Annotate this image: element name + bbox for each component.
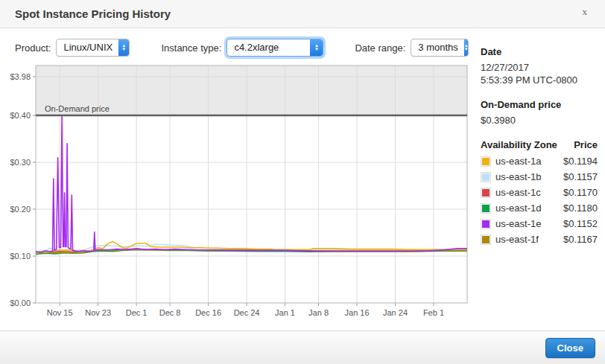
instance-type-select[interactable]: c4.2xlarge ▲▼	[227, 39, 323, 57]
az-price-column-header: Price	[574, 139, 598, 150]
chart-info-panel: Date 12/27/2017 5:53:39 PM UTC-0800 On-D…	[481, 46, 598, 249]
product-select[interactable]: Linux/UNIX ▲▼	[56, 39, 130, 57]
az-row: us-east-1b$0.1157	[481, 171, 598, 182]
az-row: us-east-1f$0.1167	[481, 234, 598, 245]
az-price-value: $0.1152	[563, 218, 598, 229]
select-arrows-icon: ▲▼	[118, 39, 129, 56]
spot-pricing-dialog: Spot Instance Pricing History x Product:…	[0, 0, 605, 364]
az-row: us-east-1e$0.1152	[481, 218, 598, 229]
az-zone-label: us-east-1d	[495, 202, 563, 214]
x-axis-tick-label: Jan 8	[308, 308, 329, 317]
x-axis-tick-label: Feb 1	[423, 308, 444, 317]
az-row: us-east-1a$0.1194	[481, 156, 598, 167]
az-price-value: $0.1180	[563, 202, 598, 214]
az-price-value: $0.1194	[563, 156, 598, 167]
az-zone-label: us-east-1f	[495, 234, 563, 245]
y-axis-tick-label: $0.00	[10, 298, 31, 307]
instance-type-label: Instance type:	[161, 42, 221, 54]
x-axis-tick-label: Dec 1	[126, 308, 148, 317]
x-axis-tick-label: Dec 16	[195, 308, 221, 317]
az-row: us-east-1c$0.1170	[481, 187, 598, 198]
az-color-swatch-icon	[481, 234, 491, 245]
y-axis-tick-label: $0.10	[10, 252, 31, 261]
x-axis-tick-label: Jan 24	[383, 308, 408, 317]
az-color-swatch-icon	[481, 156, 491, 167]
az-price-value: $0.1167	[563, 234, 598, 245]
az-color-swatch-icon	[481, 188, 491, 198]
az-zone-label: us-east-1a	[495, 156, 563, 167]
price-line-us-east-1e	[36, 116, 467, 252]
az-table-header: Availability Zone Price	[481, 139, 598, 150]
select-arrows-icon: ▲▼	[310, 39, 323, 56]
close-button[interactable]: Close	[545, 338, 595, 358]
spot-price-history-chart[interactable]: Nov 15Nov 23Dec 1Dec 8Dec 16Dec 24Jan 1J…	[0, 60, 477, 328]
x-axis-tick-label: Nov 23	[85, 308, 111, 317]
date-heading: Date	[481, 46, 598, 57]
dialog-titlebar: Spot Instance Pricing History x	[0, 0, 605, 28]
select-arrows-icon: ▲▼	[464, 39, 469, 56]
y-axis-tick-label: $0.40	[10, 111, 31, 120]
az-zone-column-header: Availability Zone	[481, 139, 557, 150]
az-price-value: $0.1157	[563, 171, 598, 182]
az-color-swatch-icon	[481, 172, 491, 182]
az-table-body: us-east-1a$0.1194us-east-1b$0.1157us-eas…	[481, 156, 598, 245]
az-zone-label: us-east-1e	[495, 218, 563, 229]
dialog-footer: Close	[0, 331, 605, 364]
on-demand-value: $0.3980	[481, 115, 598, 126]
product-select-value: Linux/UNIX	[57, 39, 118, 56]
az-zone-label: us-east-1c	[495, 187, 563, 198]
instance-type-select-value: c4.2xlarge	[227, 39, 310, 56]
x-axis-tick-label: Jan 1	[275, 308, 295, 317]
az-row: us-east-1d$0.1180	[481, 202, 598, 214]
dialog-title: Spot Instance Pricing History	[15, 7, 171, 20]
y-axis-tick-label: $0.30	[10, 158, 31, 167]
close-x-icon[interactable]: x	[583, 6, 588, 18]
x-axis-tick-label: Nov 15	[47, 308, 73, 317]
az-price-value: $0.1170	[563, 187, 598, 198]
az-zone-label: us-east-1b	[495, 171, 563, 182]
product-label: Product:	[15, 42, 51, 54]
y-axis-tick-label: $3.98	[10, 72, 31, 81]
x-axis-tick-label: Jan 16	[345, 308, 370, 317]
date-range-label: Date range:	[355, 42, 405, 54]
y-axis-tick-label: $0.20	[10, 205, 31, 214]
date-range-select[interactable]: 3 months ▲▼	[411, 39, 469, 57]
date-value: 12/27/2017	[481, 62, 598, 73]
date-range-select-value: 3 months	[411, 39, 463, 56]
az-color-swatch-icon	[481, 203, 491, 214]
x-axis-tick-label: Dec 24	[234, 308, 260, 317]
x-axis-tick-label: Dec 8	[159, 308, 181, 317]
time-value: 5:53:39 PM UTC-0800	[481, 74, 598, 86]
on-demand-price-label: On-Demand price	[45, 104, 110, 113]
az-color-swatch-icon	[481, 219, 491, 229]
on-demand-heading: On-Demand price	[481, 99, 598, 110]
